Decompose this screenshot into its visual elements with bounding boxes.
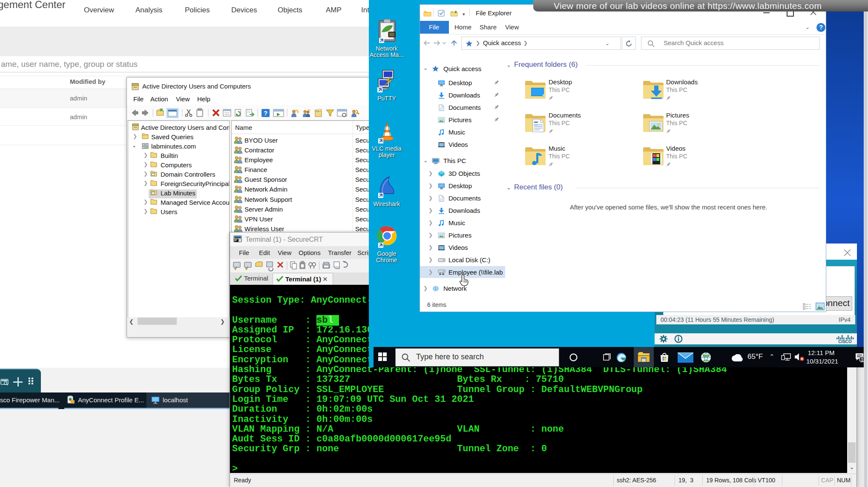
svg-text:CISCO: CISCO xyxy=(838,339,852,344)
svg-text:1: 1 xyxy=(861,357,864,363)
svg-text:?: ? xyxy=(264,109,267,117)
